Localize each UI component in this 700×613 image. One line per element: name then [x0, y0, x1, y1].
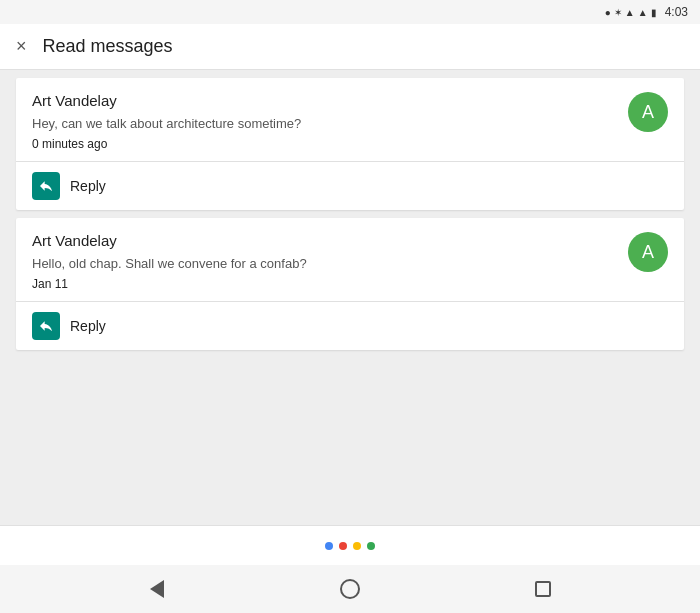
message-actions-1[interactable]: Reply [16, 161, 684, 210]
dot-3 [353, 542, 361, 550]
recents-button[interactable] [531, 577, 555, 601]
message-body-2: Art Vandelay Hello, old chap. Shall we c… [16, 218, 684, 301]
back-button[interactable] [145, 577, 169, 601]
message-text-2: Hello, old chap. Shall we convene for a … [32, 255, 616, 273]
dots-bar [0, 525, 700, 565]
message-text-area-1: Art Vandelay Hey, can we talk about arch… [32, 92, 616, 151]
message-text-area-2: Art Vandelay Hello, old chap. Shall we c… [32, 232, 616, 291]
wifi-icon: ▲ [625, 7, 635, 18]
battery-icon: ▮ [651, 7, 657, 18]
status-time: 4:03 [665, 5, 688, 19]
dot-2 [339, 542, 347, 550]
sender-name-2: Art Vandelay [32, 232, 616, 249]
reply-icon-1 [32, 172, 60, 200]
phone-content: × Read messages Art Vandelay Hey, can we… [0, 24, 700, 613]
home-button[interactable] [338, 577, 362, 601]
bluetooth-icon: ✶ [614, 7, 622, 18]
status-bar: ● ✶ ▲ ▲ ▮ 4:03 [0, 0, 700, 24]
message-time-2: Jan 11 [32, 277, 616, 291]
messages-container: Art Vandelay Hey, can we talk about arch… [0, 70, 700, 525]
close-button[interactable]: × [16, 36, 27, 57]
message-text-1: Hey, can we talk about architecture some… [32, 115, 616, 133]
reply-label-1[interactable]: Reply [70, 178, 106, 194]
back-icon [150, 580, 164, 598]
message-time-1: 0 minutes ago [32, 137, 616, 151]
reply-icon-2 [32, 312, 60, 340]
avatar-1: A [628, 92, 668, 132]
dot-1 [325, 542, 333, 550]
message-body-1: Art Vandelay Hey, can we talk about arch… [16, 78, 684, 161]
signal-icon: ▲ [638, 7, 648, 18]
reply-svg-2 [38, 318, 54, 334]
page-title: Read messages [43, 36, 173, 57]
message-card-1: Art Vandelay Hey, can we talk about arch… [16, 78, 684, 210]
message-card-2: Art Vandelay Hello, old chap. Shall we c… [16, 218, 684, 350]
reply-svg-1 [38, 178, 54, 194]
avatar-2: A [628, 232, 668, 272]
status-icons: ● ✶ ▲ ▲ ▮ [605, 7, 657, 18]
home-icon [340, 579, 360, 599]
sender-name-1: Art Vandelay [32, 92, 616, 109]
nav-bar [0, 565, 700, 613]
page-header: × Read messages [0, 24, 700, 70]
recents-icon [535, 581, 551, 597]
dot-4 [367, 542, 375, 550]
location-icon: ● [605, 7, 611, 18]
reply-label-2[interactable]: Reply [70, 318, 106, 334]
message-actions-2[interactable]: Reply [16, 301, 684, 350]
